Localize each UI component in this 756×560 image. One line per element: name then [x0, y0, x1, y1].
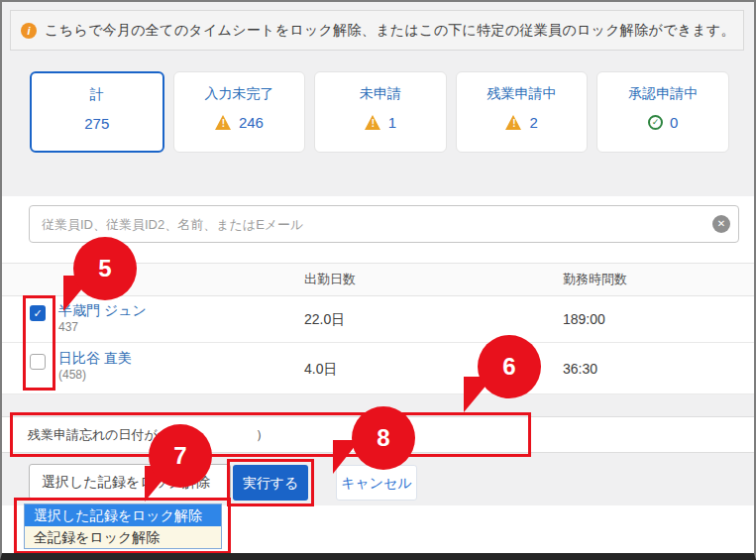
menu-item-unlock-all[interactable]: 全記録をロック解除: [25, 526, 221, 548]
cancel-button[interactable]: キャンセル: [336, 465, 417, 501]
days-cell: 22.0日: [304, 296, 345, 343]
table-header: 出勤日数 勤務時間数: [2, 263, 754, 296]
info-banner: こちらで今月の全てのタイムシートをロック解除、またはこの下に特定の従業員のロック…: [10, 10, 744, 51]
execute-button[interactable]: 実行する: [233, 465, 308, 501]
summary-cards: 計 275 入力未完了 246 未申請 1 残業申請中 2: [30, 71, 729, 153]
table-row: 半蔵門 ジュン 437 22.0日 189:00: [2, 296, 754, 343]
card-approval-pending[interactable]: 承認申請中 0: [596, 71, 729, 153]
table-row: 日比谷 直美 (458) 4.0日 36:30: [2, 343, 754, 394]
info-banner-text: こちらで今月の全てのタイムシートをロック解除、またはこの下に特定の従業員のロック…: [45, 22, 735, 40]
overtime-message-fragment: ）: [256, 417, 269, 452]
card-label: 承認申請中: [628, 85, 698, 103]
card-value: 0: [670, 114, 678, 131]
timesheet-unlock-panel: こちらで今月の全てのタイムシートをロック解除、またはこの下に特定の従業員のロック…: [0, 0, 756, 560]
card-label: 入力未完了: [204, 85, 273, 103]
card-label: 計: [90, 86, 104, 104]
row-checkbox-unchecked[interactable]: [30, 354, 46, 370]
unlock-options-menu: 選択した記録をロック解除 全記録をロック解除: [24, 504, 222, 549]
overtime-message-bar: 残業申請忘れの日付が ）: [2, 416, 754, 453]
action-select-dropdown[interactable]: 選択した記録をロック解除: [29, 464, 231, 500]
card-not-submitted[interactable]: 未申請 1: [314, 71, 447, 153]
card-label: 未申請: [360, 85, 401, 103]
column-header-days: 出勤日数: [304, 264, 356, 295]
card-value: 275: [84, 115, 109, 132]
column-header-hours: 勤務時間数: [563, 264, 627, 295]
info-icon: [21, 23, 37, 39]
card-input-incomplete[interactable]: 入力未完了 246: [173, 71, 306, 153]
card-overtime-pending[interactable]: 残業申請中 2: [456, 71, 589, 153]
overtime-message-text: 残業申請忘れの日付が: [28, 417, 158, 452]
warning-icon: [365, 115, 381, 130]
card-value: 246: [239, 114, 264, 131]
row-checkbox-checked[interactable]: [30, 305, 46, 321]
warning-icon: [505, 115, 522, 130]
employee-name-link[interactable]: 日比谷 直美: [58, 350, 132, 368]
days-cell: 4.0日: [304, 343, 337, 394]
card-value: 2: [529, 114, 537, 131]
check-circle-icon: [648, 115, 663, 130]
card-total[interactable]: 計 275: [30, 71, 164, 153]
warning-icon: [215, 115, 232, 130]
section-divider: [2, 394, 754, 416]
card-value: 1: [388, 114, 396, 131]
hours-cell: 36:30: [563, 343, 597, 394]
clear-search-icon[interactable]: [712, 215, 730, 233]
card-label: 残業申請中: [487, 85, 557, 103]
hours-cell: 189:00: [563, 296, 605, 343]
employee-id: (458): [58, 368, 86, 382]
employee-name-link[interactable]: 半蔵門 ジュン: [58, 302, 147, 320]
employee-id: 437: [58, 320, 78, 334]
employee-search-input[interactable]: [29, 205, 739, 243]
menu-item-unlock-selected[interactable]: 選択した記録をロック解除: [25, 504, 221, 526]
